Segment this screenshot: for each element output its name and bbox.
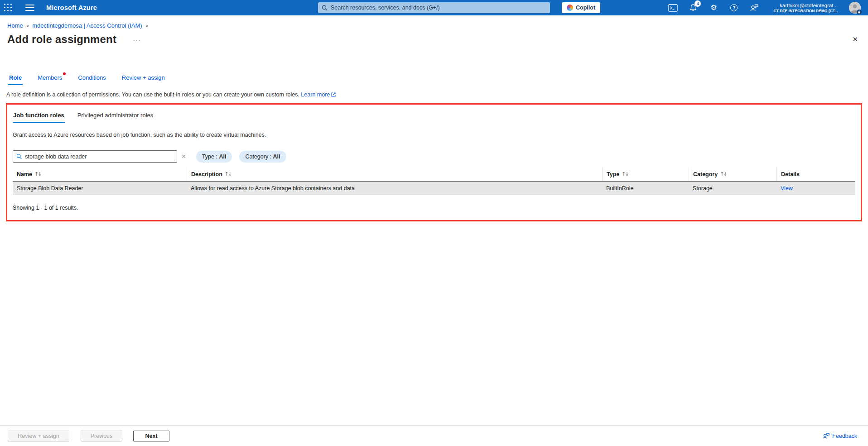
more-options-icon[interactable]: ··· [133,36,141,43]
review-assign-button[interactable]: Review + assign [8,431,69,441]
hamburger-menu-icon[interactable] [25,5,34,11]
cell-category: Storage [689,185,776,192]
cloud-shell-icon[interactable] [668,3,678,13]
sort-icon: ↑↓ [622,171,628,177]
column-header-description[interactable]: Description↑↓ [187,167,602,181]
sort-icon: ↑↓ [225,171,231,177]
chevron-right-icon: > [145,23,148,29]
sort-icon: ↑↓ [720,171,726,177]
tab-role[interactable]: Role [7,72,24,85]
notification-badge: 4 [694,0,701,7]
grant-access-description: Grant access to Azure resources based on… [13,132,855,138]
copilot-icon [567,5,573,11]
feedback-icon [822,432,830,439]
chevron-right-icon: > [26,23,29,29]
role-type-tabs: Job function roles Privileged administra… [13,111,855,123]
view-details-link[interactable]: View [781,185,793,192]
notifications-bell-icon[interactable]: 4 [688,3,698,13]
external-link-icon [331,92,336,97]
close-icon[interactable]: ✕ [852,35,858,43]
breadcrumb-home[interactable]: Home [7,22,23,29]
role-search-box[interactable] [13,150,177,163]
lock-badge-icon [857,10,862,14]
tab-privileged-administrator-roles[interactable]: Privileged administrator roles [77,111,154,123]
role-selection-panel-highlighted: Job function roles Privileged administra… [6,103,862,221]
feedback-megaphone-icon[interactable] [749,3,759,13]
column-header-name[interactable]: Name↑↓ [13,167,187,181]
column-header-type[interactable]: Type↑↓ [602,167,689,181]
role-search-input[interactable] [25,153,174,160]
help-icon[interactable]: ? [729,3,739,13]
user-tenant: CT DFE INTEGRATION DEMO (CT... [773,9,838,14]
azure-top-bar: Microsoft Azure Copilot 4 ⚙ [0,0,868,15]
members-alert-dot [63,72,66,75]
copilot-label: Copilot [576,5,595,11]
brand-title[interactable]: Microsoft Azure [46,4,97,11]
type-filter[interactable]: Type : All [196,151,232,163]
column-header-category[interactable]: Category↑↓ [689,167,776,181]
clear-search-icon[interactable]: ✕ [181,153,186,160]
cell-type: BuiltInRole [602,185,689,192]
breadcrumb: Home > mdectintegdemosa | Access Control… [7,22,148,29]
cell-name: Storage Blob Data Reader [13,185,187,192]
role-definition-description: A role definition is a collection of per… [6,91,336,98]
cell-description: Allows for read access to Azure Storage … [187,185,602,192]
roles-table-header: Name↑↓ Description↑↓ Type↑↓ Category↑↓ D… [13,167,855,181]
tab-members[interactable]: Members [36,72,64,85]
feedback-link[interactable]: Feedback [822,432,857,439]
results-count: Showing 1 - 1 of 1 results. [13,205,855,211]
settings-gear-icon[interactable]: ⚙ [709,3,719,13]
breadcrumb-resource[interactable]: mdectintegdemosa | Access Control (IAM) [32,22,142,29]
avatar[interactable] [849,2,861,14]
next-button[interactable]: Next [133,431,169,441]
tab-conditions[interactable]: Conditions [76,72,107,85]
learn-more-link[interactable]: Learn more [301,91,330,98]
sort-icon: ↑↓ [34,171,41,177]
assignment-tabs: Role Members Conditions Review + assign [7,72,167,85]
previous-button[interactable]: Previous [81,431,122,441]
category-filter[interactable]: Category : All [239,151,286,163]
global-search-input[interactable] [331,5,546,11]
user-email: karthikm@ctdfeintegrat... [773,2,838,9]
app-launcher-icon[interactable] [4,4,12,12]
search-icon [16,153,22,159]
page-title: Add role assignment [7,33,116,46]
roles-table: Name↑↓ Description↑↓ Type↑↓ Category↑↓ D… [13,167,855,195]
table-row-storage-blob-data-reader[interactable]: Storage Blob Data Reader Allows for read… [13,181,855,195]
column-header-details[interactable]: Details [776,167,855,181]
search-icon [322,5,328,11]
wizard-footer: Review + assign Previous Next Feedback [0,425,868,446]
tab-job-function-roles[interactable]: Job function roles [13,111,65,123]
global-search-box[interactable] [318,2,550,13]
tab-review-assign[interactable]: Review + assign [120,72,167,85]
copilot-button[interactable]: Copilot [562,2,600,13]
account-info[interactable]: karthikm@ctdfeintegrat... CT DFE INTEGRA… [773,2,838,14]
